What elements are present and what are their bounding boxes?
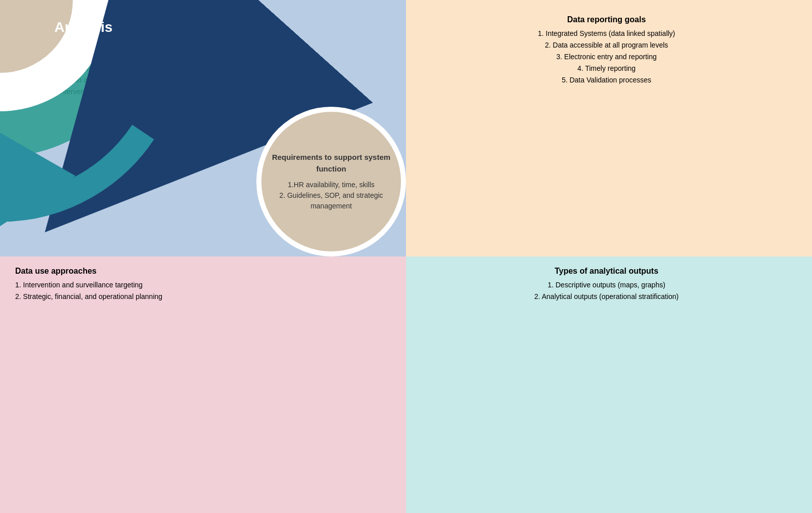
br-list: 1. Descriptive outputs (maps, graphs) 2.… [416, 280, 797, 302]
tr-item-1: 1. Integrated Systems (data linked spati… [416, 28, 797, 39]
quadrant-reporting: Data reporting goals 1. Integrated Syste… [406, 0, 812, 256]
center-circle: Requirements to support system function … [256, 107, 406, 256]
center-text: Requirements to support system function … [272, 152, 391, 211]
quadrant-analysis: Types of analytical outputs 1. Descripti… [406, 256, 812, 513]
sector-label-analysis: Analysis [54, 19, 112, 35]
br-title: Types of analytical outputs [416, 267, 797, 276]
tr-list: 1. Integrated Systems (data linked spati… [416, 28, 797, 86]
tr-item-4: 4. Timely reporting [416, 63, 797, 74]
br-item-1: 1. Descriptive outputs (maps, graphs) [416, 280, 797, 290]
center-item-1: 1.HR availability, time, skills [288, 181, 375, 189]
bl-item-2: 2. Strategic, financial, and operational… [15, 291, 396, 302]
bl-list: 1. Intervention and surveillance targeti… [15, 280, 396, 302]
bl-title: Data use approaches [15, 267, 396, 276]
bl-item-1: 1. Intervention and surveillance targeti… [15, 280, 396, 290]
tr-item-5: 5. Data Validation processes [416, 75, 797, 86]
tr-title: Data reporting goals [416, 15, 797, 24]
center-title: Requirements to support system function [272, 152, 391, 175]
br-item-2: 2. Analytical outputs (operational strat… [416, 291, 797, 302]
tr-item-2: 2. Data accessible at all program levels [416, 40, 797, 51]
center-item-2: 2. Guidelines, SOP, and strategic manage… [279, 191, 383, 210]
quadrant-response: Data use approaches 1. Intervention and … [0, 256, 406, 513]
tr-item-3: 3. Electronic entry and reporting [416, 52, 797, 62]
